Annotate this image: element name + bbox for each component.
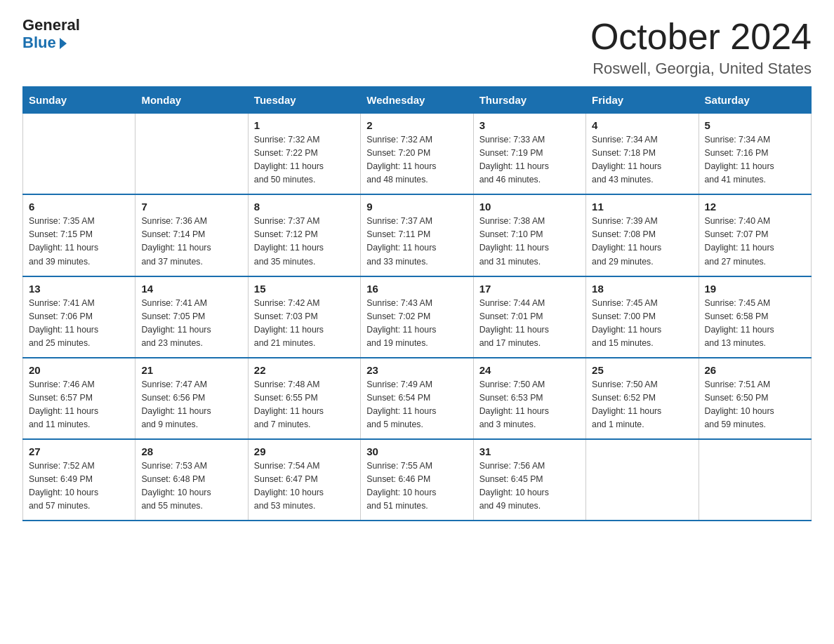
calendar-cell: 25Sunrise: 7:50 AM Sunset: 6:52 PM Dayli… xyxy=(586,358,699,439)
day-of-week-header: Friday xyxy=(586,87,699,114)
calendar-cell xyxy=(23,114,135,195)
calendar-cell: 3Sunrise: 7:33 AM Sunset: 7:19 PM Daylig… xyxy=(473,114,585,195)
day-info: Sunrise: 7:41 AM Sunset: 7:06 PM Dayligh… xyxy=(29,297,129,350)
calendar-cell: 2Sunrise: 7:32 AM Sunset: 7:20 PM Daylig… xyxy=(361,114,473,195)
calendar-week-row: 1Sunrise: 7:32 AM Sunset: 7:22 PM Daylig… xyxy=(23,114,812,195)
day-info: Sunrise: 7:51 AM Sunset: 6:50 PM Dayligh… xyxy=(705,378,805,431)
logo-general-text: General xyxy=(22,17,80,34)
calendar-cell xyxy=(135,114,248,195)
calendar-cell: 10Sunrise: 7:38 AM Sunset: 7:10 PM Dayli… xyxy=(473,194,585,276)
day-number: 9 xyxy=(366,201,467,213)
day-info: Sunrise: 7:49 AM Sunset: 6:54 PM Dayligh… xyxy=(366,378,467,431)
day-info: Sunrise: 7:32 AM Sunset: 7:20 PM Dayligh… xyxy=(366,133,467,187)
calendar-cell: 17Sunrise: 7:44 AM Sunset: 7:01 PM Dayli… xyxy=(473,276,585,358)
calendar-cell: 18Sunrise: 7:45 AM Sunset: 7:00 PM Dayli… xyxy=(586,276,699,358)
location-title: Roswell, Georgia, United States xyxy=(590,60,812,78)
day-number: 20 xyxy=(29,364,129,376)
day-number: 27 xyxy=(29,445,129,457)
day-info: Sunrise: 7:48 AM Sunset: 6:55 PM Dayligh… xyxy=(254,378,355,431)
logo-blue-text: Blue xyxy=(22,34,67,52)
day-number: 1 xyxy=(254,119,355,131)
day-number: 31 xyxy=(479,445,580,457)
day-number: 6 xyxy=(29,201,129,213)
calendar-cell xyxy=(586,439,699,521)
day-info: Sunrise: 7:38 AM Sunset: 7:10 PM Dayligh… xyxy=(479,215,580,268)
calendar-cell: 9Sunrise: 7:37 AM Sunset: 7:11 PM Daylig… xyxy=(361,194,473,276)
day-info: Sunrise: 7:43 AM Sunset: 7:02 PM Dayligh… xyxy=(366,297,467,350)
calendar-cell: 6Sunrise: 7:35 AM Sunset: 7:15 PM Daylig… xyxy=(23,194,135,276)
day-number: 7 xyxy=(141,201,241,213)
day-info: Sunrise: 7:39 AM Sunset: 7:08 PM Dayligh… xyxy=(592,215,692,268)
title-block: October 2024 Roswell, Georgia, United St… xyxy=(590,17,812,78)
day-number: 23 xyxy=(366,364,467,376)
day-info: Sunrise: 7:50 AM Sunset: 6:53 PM Dayligh… xyxy=(479,378,580,431)
calendar-cell: 4Sunrise: 7:34 AM Sunset: 7:18 PM Daylig… xyxy=(586,114,699,195)
day-of-week-header: Sunday xyxy=(23,87,135,114)
calendar-cell: 24Sunrise: 7:50 AM Sunset: 6:53 PM Dayli… xyxy=(473,358,585,439)
day-number: 12 xyxy=(705,201,805,213)
day-number: 10 xyxy=(479,201,580,213)
calendar-cell: 20Sunrise: 7:46 AM Sunset: 6:57 PM Dayli… xyxy=(23,358,135,439)
day-info: Sunrise: 7:45 AM Sunset: 6:58 PM Dayligh… xyxy=(705,297,805,350)
calendar-cell: 12Sunrise: 7:40 AM Sunset: 7:07 PM Dayli… xyxy=(699,194,811,276)
calendar-table: SundayMondayTuesdayWednesdayThursdayFrid… xyxy=(22,86,812,521)
calendar-cell: 29Sunrise: 7:54 AM Sunset: 6:47 PM Dayli… xyxy=(248,439,360,521)
day-number: 5 xyxy=(705,119,805,131)
calendar-cell: 13Sunrise: 7:41 AM Sunset: 7:06 PM Dayli… xyxy=(23,276,135,358)
day-number: 13 xyxy=(29,283,129,295)
calendar-cell: 16Sunrise: 7:43 AM Sunset: 7:02 PM Dayli… xyxy=(361,276,473,358)
day-number: 28 xyxy=(141,445,241,457)
calendar-cell: 21Sunrise: 7:47 AM Sunset: 6:56 PM Dayli… xyxy=(135,358,248,439)
calendar-week-row: 27Sunrise: 7:52 AM Sunset: 6:49 PM Dayli… xyxy=(23,439,812,521)
calendar-cell: 11Sunrise: 7:39 AM Sunset: 7:08 PM Dayli… xyxy=(586,194,699,276)
calendar-cell: 26Sunrise: 7:51 AM Sunset: 6:50 PM Dayli… xyxy=(699,358,811,439)
day-info: Sunrise: 7:54 AM Sunset: 6:47 PM Dayligh… xyxy=(254,459,355,513)
day-info: Sunrise: 7:41 AM Sunset: 7:05 PM Dayligh… xyxy=(141,297,241,350)
calendar-cell xyxy=(699,439,811,521)
calendar-week-row: 20Sunrise: 7:46 AM Sunset: 6:57 PM Dayli… xyxy=(23,358,812,439)
day-number: 16 xyxy=(366,283,467,295)
day-of-week-header: Monday xyxy=(135,87,248,114)
day-number: 21 xyxy=(141,364,241,376)
day-number: 29 xyxy=(254,445,355,457)
calendar-cell: 8Sunrise: 7:37 AM Sunset: 7:12 PM Daylig… xyxy=(248,194,360,276)
day-info: Sunrise: 7:56 AM Sunset: 6:45 PM Dayligh… xyxy=(479,459,580,513)
calendar-cell: 30Sunrise: 7:55 AM Sunset: 6:46 PM Dayli… xyxy=(361,439,473,521)
day-of-week-header: Tuesday xyxy=(248,87,360,114)
day-info: Sunrise: 7:45 AM Sunset: 7:00 PM Dayligh… xyxy=(592,297,692,350)
day-info: Sunrise: 7:42 AM Sunset: 7:03 PM Dayligh… xyxy=(254,297,355,350)
day-info: Sunrise: 7:50 AM Sunset: 6:52 PM Dayligh… xyxy=(592,378,692,431)
day-number: 18 xyxy=(592,283,692,295)
day-info: Sunrise: 7:53 AM Sunset: 6:48 PM Dayligh… xyxy=(141,459,241,513)
day-of-week-header: Thursday xyxy=(473,87,585,114)
calendar-cell: 23Sunrise: 7:49 AM Sunset: 6:54 PM Dayli… xyxy=(361,358,473,439)
day-info: Sunrise: 7:34 AM Sunset: 7:18 PM Dayligh… xyxy=(592,133,692,187)
day-number: 26 xyxy=(705,364,805,376)
day-info: Sunrise: 7:34 AM Sunset: 7:16 PM Dayligh… xyxy=(705,133,805,187)
calendar-header-row: SundayMondayTuesdayWednesdayThursdayFrid… xyxy=(23,87,812,114)
day-number: 11 xyxy=(592,201,692,213)
day-number: 2 xyxy=(366,119,467,131)
day-info: Sunrise: 7:33 AM Sunset: 7:19 PM Dayligh… xyxy=(479,133,580,187)
day-info: Sunrise: 7:40 AM Sunset: 7:07 PM Dayligh… xyxy=(705,215,805,268)
logo: General Blue xyxy=(22,17,80,52)
day-number: 8 xyxy=(254,201,355,213)
calendar-cell: 31Sunrise: 7:56 AM Sunset: 6:45 PM Dayli… xyxy=(473,439,585,521)
calendar-cell: 15Sunrise: 7:42 AM Sunset: 7:03 PM Dayli… xyxy=(248,276,360,358)
month-title: October 2024 xyxy=(590,17,812,57)
day-info: Sunrise: 7:37 AM Sunset: 7:11 PM Dayligh… xyxy=(366,215,467,268)
day-info: Sunrise: 7:37 AM Sunset: 7:12 PM Dayligh… xyxy=(254,215,355,268)
day-info: Sunrise: 7:44 AM Sunset: 7:01 PM Dayligh… xyxy=(479,297,580,350)
day-info: Sunrise: 7:52 AM Sunset: 6:49 PM Dayligh… xyxy=(29,459,129,513)
calendar-cell: 28Sunrise: 7:53 AM Sunset: 6:48 PM Dayli… xyxy=(135,439,248,521)
day-number: 15 xyxy=(254,283,355,295)
day-number: 14 xyxy=(141,283,241,295)
day-number: 19 xyxy=(705,283,805,295)
day-number: 4 xyxy=(592,119,692,131)
day-number: 3 xyxy=(479,119,580,131)
day-info: Sunrise: 7:32 AM Sunset: 7:22 PM Dayligh… xyxy=(254,133,355,187)
day-number: 24 xyxy=(479,364,580,376)
day-number: 17 xyxy=(479,283,580,295)
day-info: Sunrise: 7:36 AM Sunset: 7:14 PM Dayligh… xyxy=(141,215,241,268)
calendar-cell: 14Sunrise: 7:41 AM Sunset: 7:05 PM Dayli… xyxy=(135,276,248,358)
